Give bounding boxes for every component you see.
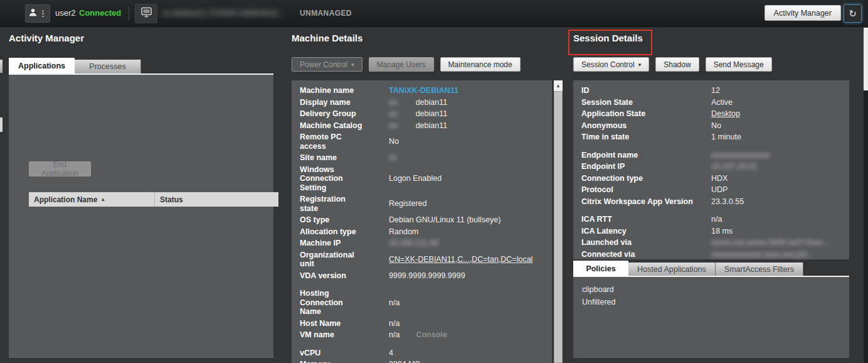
detail-value: xxxxx.xxx.xxxxx.0x00.xx27.0xxx... [711, 238, 829, 247]
detail-value: n/a [389, 319, 400, 328]
detail-label: Application State [581, 109, 711, 119]
detail-value: xx [389, 153, 397, 163]
connection-status-label: Connected [79, 8, 121, 18]
chevron-down-icon: ▾ [351, 62, 354, 68]
manage-users-button[interactable]: Manage Users [369, 57, 434, 72]
citrix-director-session-detail-page: ⋮ user2 Connected xx-debian11 (TANXK-DEB… [0, 0, 868, 363]
detail-row: Launched via xxxxx.xxx.xxxxx.0x00.xx27.0… [573, 237, 849, 249]
refresh-icon: ↻ [849, 8, 857, 19]
end-application-button[interactable]: End Application [29, 161, 91, 176]
detail-value: xx-debian11 [389, 98, 447, 107]
activity-manager-button[interactable]: Activity Manager [765, 5, 841, 21]
detail-label: Host Name [300, 319, 389, 328]
policy-item: Unfiltered [573, 296, 849, 308]
detail-value: xx-debian11 [389, 109, 447, 119]
applications-table-header: Application Name ▲ Status [29, 192, 278, 207]
detail-label: Machine IP [300, 239, 389, 248]
detail-value: Desktop [711, 109, 740, 119]
detail-value: Active [711, 98, 733, 107]
session-sub-tabs: Policies Hosted Applications SmartAccess… [573, 262, 803, 276]
detail-row: Allocation type Random [292, 226, 552, 238]
unmanaged-badge: UNMANAGED [300, 9, 352, 18]
detail-row: Registration state Registered [292, 193, 552, 214]
detail-row: Protocol UDP [573, 184, 849, 196]
detail-label: Session State [581, 98, 711, 107]
machine-menu-button[interactable] [135, 4, 157, 23]
detail-value: xxxxxxxxxxxxx.xxxx.xxx.[10... [711, 250, 813, 259]
detail-label: VDA version [300, 271, 389, 281]
detail-label: Windows Connection Setting [300, 165, 389, 193]
detail-value: xxxxxxxxxxxxxxx [711, 151, 770, 160]
detail-label: Connected via [581, 250, 711, 259]
detail-label: Machine Catalog [300, 121, 389, 131]
detail-label: Organizational unit [300, 251, 389, 269]
tab[interactable]: Processes [75, 60, 141, 73]
detail-value: CN=XK-DEBIAN11,C...,DC=tan,DC=local [389, 255, 532, 264]
detail-label: Anonymous [581, 121, 711, 131]
detail-row: Machine IP 10.100.211.40 [292, 237, 552, 249]
machine-name-redacted: xx-debian11 (TANXK-DEBIAN11, 12) [162, 8, 285, 18]
detail-row: Application State Desktop [573, 108, 849, 120]
detail-row: Machine name TAN\XK-DEBIAN11 [292, 85, 552, 97]
redacted-value: xx- [389, 98, 400, 107]
session-control-button[interactable]: Session Control ▾ [573, 57, 649, 72]
page-scrollbar-thumb[interactable] [864, 28, 868, 90]
tab-label: SmartAccess Filters [724, 265, 794, 274]
detail-label: Citrix Workspace App Version [581, 197, 711, 207]
detail-link[interactable]: CN=XK-DEBIAN11,C...,DC=tan,DC=local [389, 255, 532, 264]
detail-value: 3894 MB [389, 360, 420, 363]
send-message-button[interactable]: Send Message [706, 57, 772, 72]
detail-row: Time in state 1 minute [573, 131, 849, 143]
detail-row: Anonymous No [573, 120, 849, 132]
detail-label: Protocol [581, 185, 711, 195]
shadow-button[interactable]: Shadow [655, 57, 699, 72]
username-label: user2 [55, 8, 76, 18]
detail-value: xx-debian11 [389, 121, 447, 131]
clipped-header-sliver [0, 117, 3, 132]
detail-row: OS type Debian GNU/Linux 11 (bullseye) [292, 214, 552, 226]
machine-details-scrollbar[interactable]: ▲ [554, 80, 563, 363]
detail-value: 4 [389, 349, 393, 358]
detail-row: Delivery Group xx-debian11 [292, 108, 552, 120]
power-control-button[interactable]: Power Control ▾ [292, 57, 363, 72]
detail-value: 10.100.211.40 [389, 239, 438, 248]
detail-row: ICA RTT n/a [573, 214, 849, 225]
detail-label: Registration state [300, 195, 389, 213]
clipped-tab-sliver [0, 60, 3, 73]
tab-label: Policies [586, 264, 615, 273]
detail-row: Endpoint name xxxxxxxxxxxxxxx [573, 149, 849, 161]
detail-value: 10.107.20.01 [711, 162, 757, 171]
scrollbar-thumb[interactable] [554, 92, 562, 362]
page-scrollbar[interactable] [864, 0, 868, 363]
column-status[interactable]: Status [155, 192, 183, 207]
machine-details-title: Machine Details [292, 33, 363, 43]
detail-label: Hosting Connection Name [300, 289, 389, 317]
tab[interactable]: Hosted Applications [628, 263, 716, 276]
redacted-value: 10.100.211.40 [389, 239, 438, 248]
tab[interactable]: Applications [9, 58, 75, 73]
detail-label: Memory [300, 360, 389, 363]
console-link[interactable]: Console [416, 330, 447, 340]
detail-label: vCPU [300, 349, 389, 358]
column-application-name[interactable]: Application Name ▲ [29, 192, 155, 207]
detail-row: Connection type HDX [573, 173, 849, 185]
detail-row: Session State Active [573, 97, 849, 109]
policies-panel: clipboard Unfiltered [573, 277, 849, 358]
refresh-button[interactable]: ↻ [844, 4, 862, 23]
detail-row: VDA version 9999.9999.9999.9999 [292, 270, 552, 282]
more-options-icon: ⋮ [39, 9, 47, 18]
detail-value: 18 ms [711, 227, 733, 236]
scroll-up-icon[interactable]: ▲ [554, 80, 563, 91]
detail-label: OS type [300, 215, 389, 225]
tab[interactable]: Policies [573, 261, 628, 276]
machine-name-link[interactable]: TAN\XK-DEBIAN11 [389, 86, 458, 95]
detail-row: vCPU 4 [292, 347, 552, 359]
user-menu-button[interactable]: ⋮ [25, 4, 50, 23]
detail-value: Debian GNU/Linux 11 (bullseye) [389, 215, 500, 225]
detail-label: Endpoint IP [581, 162, 711, 171]
top-bar: ⋮ user2 Connected xx-debian11 (TANXK-DEB… [0, 0, 868, 27]
detail-link[interactable]: Desktop [711, 109, 740, 119]
detail-row: Memory 3894 MB [292, 359, 552, 363]
tab[interactable]: SmartAccess Filters [716, 263, 803, 276]
maintenance-mode-button[interactable]: Maintenance mode [440, 57, 521, 72]
